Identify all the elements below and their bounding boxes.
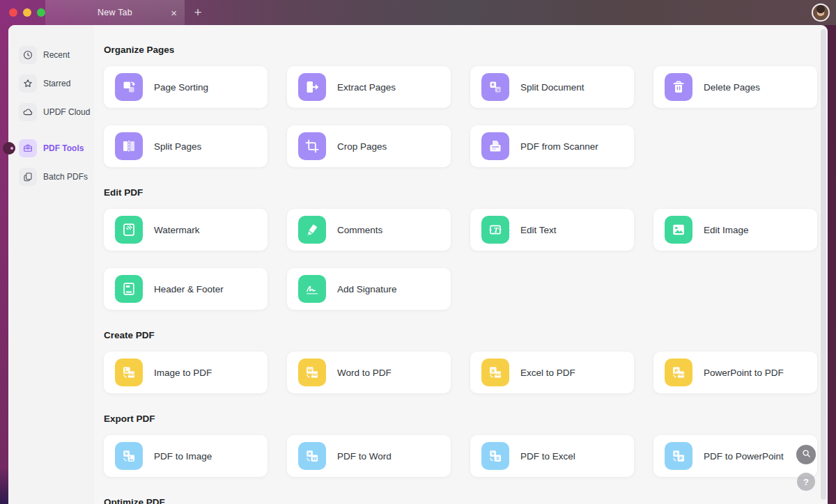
sidebar-item-label: Starred <box>43 79 70 88</box>
star-icon <box>19 74 37 93</box>
svg-text:P: P <box>679 456 683 462</box>
tab-close-icon[interactable]: × <box>171 8 177 18</box>
pdf-from-scanner-icon <box>481 132 509 160</box>
sidebar-item-batch-pdfs[interactable]: Batch PDFs <box>8 162 94 191</box>
desktop-background: New Tab × + RecentStarredUPDF CloudPDF T… <box>0 0 836 504</box>
sidebar-item-label: Batch PDFs <box>43 172 88 182</box>
split-pages-icon <box>115 132 143 160</box>
edit-image-icon <box>665 216 692 244</box>
section-title: Organize Pages <box>104 44 828 56</box>
tool-card-pdf-to-word[interactable]: WPDF to Word <box>287 435 451 477</box>
tool-card-label: PowerPoint to PDF <box>704 368 784 378</box>
tool-card-label: PDF to Word <box>337 451 392 462</box>
page-sorting-icon <box>115 73 143 101</box>
tool-card-pdf-to-excel[interactable]: XPDF to Excel <box>470 435 634 477</box>
clock-icon <box>19 46 37 64</box>
tool-grid: WatermarkCommentsTEdit TextEdit ImageHea… <box>104 209 828 310</box>
search-icon <box>801 448 812 461</box>
tool-card-edit-image[interactable]: Edit Image <box>653 209 817 251</box>
section-title: Export PDF <box>104 413 828 425</box>
sidebar-item-starred[interactable]: Starred <box>8 69 94 97</box>
tool-card-label: Edit Text <box>520 225 557 235</box>
tool-card-label: Crop Pages <box>337 141 387 152</box>
help-button[interactable]: ? <box>797 473 815 491</box>
word-to-pdf-icon: WPDF <box>298 359 326 386</box>
pdf-to-powerpoint-icon: P <box>665 442 692 470</box>
sidebar-collapse-handle[interactable] <box>3 142 15 155</box>
section-title: Edit PDF <box>104 187 828 199</box>
tool-card-header-footer[interactable]: Header & Footer <box>104 268 268 310</box>
tool-card-excel-to-pdf[interactable]: XPDFExcel to PDF <box>470 352 634 393</box>
section-title: Create PDF <box>104 329 828 342</box>
svg-text:PDF: PDF <box>677 373 685 377</box>
sidebar-item-updf-cloud[interactable]: UPDF Cloud <box>8 97 94 126</box>
sidebar-item-pdf-tools[interactable]: PDF Tools <box>8 134 94 162</box>
handle-dot-icon <box>10 147 13 150</box>
add-signature-icon <box>298 275 326 303</box>
tool-grid: PDFImage to PDFWPDFWord to PDFXPDFExcel … <box>104 352 828 393</box>
section-create-pdf: Create PDFPDFImage to PDFWPDFWord to PDF… <box>104 329 828 393</box>
tool-card-label: PDF to PowerPoint <box>704 451 784 462</box>
tool-card-label: Watermark <box>154 225 200 235</box>
tool-card-pdf-from-scanner[interactable]: PDF from Scanner <box>470 125 634 167</box>
tool-card-label: Word to PDF <box>337 368 392 378</box>
tab-title: New Tab <box>98 8 132 17</box>
cloud-icon <box>19 103 37 121</box>
tool-card-edit-text[interactable]: TEdit Text <box>470 209 634 251</box>
tool-card-comments[interactable]: Comments <box>287 209 451 251</box>
section-title: Optimize PDF <box>104 496 828 504</box>
tool-card-label: Image to PDF <box>154 368 212 378</box>
search-button[interactable] <box>796 445 816 464</box>
tool-card-pdf-to-powerpoint[interactable]: PPDF to PowerPoint <box>653 435 817 477</box>
pdf-to-image-icon <box>115 442 143 470</box>
window-titlebar: New Tab × + <box>0 0 836 25</box>
tool-card-label: PDF to Image <box>154 451 212 462</box>
tool-card-label: Excel to PDF <box>520 368 575 378</box>
tool-card-pdf-to-image[interactable]: PDF to Image <box>104 435 268 477</box>
tool-card-powerpoint-to-pdf[interactable]: PPDFPowerPoint to PDF <box>653 352 817 393</box>
tool-card-label: PDF from Scanner <box>520 141 598 152</box>
close-window-button[interactable] <box>9 8 17 17</box>
sidebar-item-label: UPDF Cloud <box>43 107 90 117</box>
tool-card-label: Delete Pages <box>704 82 760 93</box>
svg-text:X: X <box>496 456 500 462</box>
tool-card-extract-pages[interactable]: Extract Pages <box>287 66 451 108</box>
sidebar-item-label: PDF Tools <box>43 143 84 153</box>
new-tab-button[interactable]: + <box>189 0 206 25</box>
sidebar-item-recent[interactable]: Recent <box>8 40 94 69</box>
powerpoint-to-pdf-icon: PPDF <box>665 359 692 386</box>
tool-card-label: Extract Pages <box>337 82 396 93</box>
avatar[interactable] <box>812 3 830 22</box>
svg-text:W: W <box>312 456 317 461</box>
tool-card-watermark[interactable]: Watermark <box>104 209 268 251</box>
svg-text:PDF: PDF <box>311 373 318 377</box>
header-footer-icon <box>115 275 143 303</box>
extract-pages-icon <box>298 73 326 101</box>
tool-card-delete-pages[interactable]: Delete Pages <box>653 66 817 108</box>
crop-pages-icon <box>298 132 326 160</box>
sidebar: RecentStarredUPDF CloudPDF ToolsBatch PD… <box>8 25 94 504</box>
pdf-to-excel-icon: X <box>481 442 509 470</box>
tool-card-split-pages[interactable]: Split Pages <box>104 125 268 167</box>
zoom-window-button[interactable] <box>37 8 45 17</box>
tool-card-image-to-pdf[interactable]: PDFImage to PDF <box>104 352 268 393</box>
svg-text:T: T <box>493 226 499 234</box>
tab-new-tab[interactable]: New Tab × <box>45 0 185 25</box>
main-content: Organize PagesPage SortingExtract PagesS… <box>94 25 828 504</box>
section-optimize-pdf: Optimize PDF <box>104 496 828 504</box>
question-mark-icon: ? <box>803 477 809 487</box>
tool-card-page-sorting[interactable]: Page Sorting <box>104 66 268 108</box>
tool-card-label: Page Sorting <box>154 82 208 93</box>
traffic-lights <box>9 0 45 25</box>
vertical-scrollbar[interactable] <box>821 29 826 500</box>
edit-text-icon: T <box>481 216 509 244</box>
sidebar-item-label: Recent <box>43 50 70 60</box>
section-organize-pages: Organize PagesPage SortingExtract PagesS… <box>104 44 828 167</box>
tool-card-crop-pages[interactable]: Crop Pages <box>287 125 451 167</box>
comments-icon <box>298 216 326 244</box>
tool-card-word-to-pdf[interactable]: WPDFWord to PDF <box>287 352 451 393</box>
tool-card-add-signature[interactable]: Add Signature <box>287 268 451 310</box>
tool-card-split-document[interactable]: Split Document <box>470 66 634 108</box>
tool-card-label: Header & Footer <box>154 284 224 294</box>
minimize-window-button[interactable] <box>23 8 31 17</box>
